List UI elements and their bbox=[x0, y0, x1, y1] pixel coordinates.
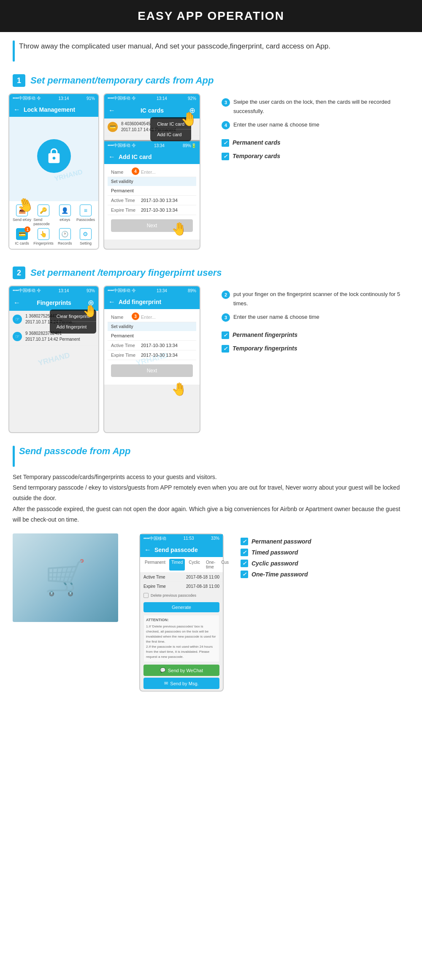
fp-step2-num: 2 bbox=[222, 291, 230, 299]
tab-cyclic[interactable]: Cyclic bbox=[187, 559, 202, 571]
phone2-signal: 92% bbox=[188, 96, 196, 101]
fp-step2: 2 put your finger on the fingerprint sca… bbox=[222, 290, 409, 308]
tab-timed[interactable]: Timed bbox=[169, 559, 185, 571]
icon-label-ekeys: eKeys bbox=[60, 218, 70, 222]
icon-send-passcode[interactable]: 🔑 Send passcode bbox=[33, 205, 54, 226]
tab-onetime[interactable]: One-time bbox=[204, 559, 217, 571]
fp-name-placeholder[interactable]: Enter... bbox=[141, 315, 156, 320]
section2-phone2: ••••中国移动 令 13:34 89% ← Add fingerprint N… bbox=[103, 285, 200, 433]
records-icon: 🕐 bbox=[59, 228, 71, 240]
cyclic-pwd-item: ✓ Cyclic password bbox=[241, 560, 405, 567]
section3-phone-wrap: ••••中国移动 11:53 33% ← Send passcode Perma… bbox=[139, 533, 228, 692]
phone2b-back-icon[interactable]: ← bbox=[108, 153, 115, 161]
fp-permanent-row: Permanent bbox=[108, 331, 196, 341]
intro-text: Throw away the complicated user manual, … bbox=[19, 40, 330, 52]
icon-label-setting: Setting bbox=[80, 241, 92, 245]
pc-back-icon[interactable]: ← bbox=[144, 546, 151, 554]
fp-phone1-carrier: ••••中国移动 令 bbox=[13, 288, 41, 293]
permanent-pwd-checkbox: ✓ bbox=[241, 538, 248, 545]
delete-checkbox-input[interactable] bbox=[143, 593, 149, 598]
step4-badge: 4 bbox=[132, 167, 139, 175]
add-fp-menu-item[interactable]: Add fingerprint bbox=[50, 321, 96, 332]
icon-passcodes[interactable]: ≡ Passcodes bbox=[76, 205, 95, 226]
intro-section: Throw away the complicated user manual, … bbox=[0, 40, 422, 70]
section3-line3: After the passcode expired, the guest ca… bbox=[13, 504, 409, 525]
ekeys-icon: 👤 bbox=[59, 205, 71, 216]
section2-right-info: 2 put your finger on the fingerprint sca… bbox=[217, 285, 414, 433]
phone1-time: 13:14 bbox=[58, 96, 69, 101]
add-ic-card-menu-item[interactable]: Add IC card bbox=[150, 129, 191, 140]
tab-permanent[interactable]: Permanent bbox=[143, 559, 168, 571]
fp-active-value: 2017-10-30 13:34 bbox=[141, 343, 178, 348]
phone2-time: 13:14 bbox=[157, 96, 167, 101]
fp-step3-num: 3 bbox=[222, 313, 230, 322]
temporary-cards-item: ✓ Temporary cards bbox=[222, 151, 409, 162]
timed-pwd-item: ✓ Timed password bbox=[241, 549, 405, 556]
permanent-pwd-item: ✓ Permanent password bbox=[241, 538, 405, 545]
ic-expire-label: Expire Time bbox=[111, 207, 138, 213]
ic-expire-row: Expire Time 2017-10-30 13:34 bbox=[108, 205, 196, 215]
tab-cus[interactable]: Cus bbox=[219, 559, 231, 571]
fp-expire-label: Expire Time bbox=[111, 353, 138, 358]
fp-step3-text: Enter the user name & choose time bbox=[233, 312, 319, 322]
pc-expire-row: Expire Time 2017-08-18 11:00 bbox=[140, 582, 223, 591]
fp-phone1-signal: 93% bbox=[87, 288, 95, 293]
icon-label-records: Records bbox=[58, 241, 72, 245]
fp-phone2-signal: 89% bbox=[188, 288, 196, 293]
step3-fp-badge: 3 bbox=[132, 312, 139, 320]
send-wechat-btn[interactable]: 💬 Send by WeChat bbox=[143, 665, 219, 676]
section2-content: ••••中国移动 令 13:14 93% ← Fingerprints ⊕ ☞ … bbox=[0, 285, 422, 446]
generate-btn[interactable]: Generate bbox=[143, 602, 219, 612]
pc-active-value: 2017-08-18 11:00 bbox=[186, 575, 219, 579]
section3-line1: Set Temporary passcode/cards/fingerprint… bbox=[13, 472, 409, 482]
section3-line2: Send termporary passcode / ekey to visto… bbox=[13, 482, 409, 503]
page-title: EASY APP OPERATION bbox=[0, 9, 422, 23]
lock-icon bbox=[37, 139, 71, 173]
setting-icon: ⚙ bbox=[80, 228, 92, 240]
pc-active-row: Active Time 2017-08-18 11:00 bbox=[140, 573, 223, 582]
icon-fingerprints[interactable]: 👆 Fingerprints bbox=[33, 228, 54, 245]
pc-expire-label: Expire Time bbox=[143, 584, 166, 589]
icon-label-passcodes: Passcodes bbox=[76, 218, 95, 222]
phone2b-signal: 89%🔋 bbox=[183, 143, 196, 148]
fp-phone2-time: 13:34 bbox=[157, 288, 167, 293]
pc-delete-row: Delete previous passcodes bbox=[140, 591, 223, 600]
phone2-status-bar: ••••中国移动 令 13:14 92% bbox=[104, 94, 200, 102]
icon-ic-cards[interactable]: 💳 IC cards 1 bbox=[13, 228, 31, 245]
cyclic-pwd-label: Cyclic password bbox=[252, 560, 298, 567]
section3-heading: Send passcode from App bbox=[19, 446, 130, 457]
fp-item-2-date: 2017.10.17 14:42 Permanent bbox=[25, 337, 80, 342]
send-msg-btn[interactable]: ✉ Send by Msg. bbox=[143, 678, 219, 689]
fp-phone2-back-icon[interactable]: ← bbox=[108, 298, 115, 306]
phone2-back-icon[interactable]: ← bbox=[108, 107, 115, 114]
temporary-fp-label: Temporary fingerprints bbox=[233, 344, 298, 354]
photo-emoji: 🛒 bbox=[44, 558, 87, 598]
icon-setting[interactable]: ⚙ Setting bbox=[76, 228, 95, 245]
ic-name-placeholder[interactable]: Enter... bbox=[141, 170, 156, 175]
section1-phone1: ••••中国移动 令 13:14 91% ← Lock Management Y… bbox=[8, 93, 99, 250]
icon-ekeys[interactable]: 👤 eKeys bbox=[56, 205, 74, 226]
phone1-back-icon[interactable]: ← bbox=[14, 106, 20, 113]
fp-name-row: Name 3 Enter... bbox=[108, 312, 196, 322]
pc-signal: 33% bbox=[211, 536, 219, 541]
section3-left: 🛒 bbox=[13, 533, 131, 626]
step3-num: 3 bbox=[222, 98, 230, 107]
ic-cards-badge: 1 bbox=[24, 226, 30, 232]
icon-records[interactable]: 🕐 Records bbox=[56, 228, 74, 245]
phone2b-title: Add IC card bbox=[119, 153, 152, 160]
onetime-pwd-checkbox: ✓ bbox=[241, 571, 248, 578]
section1-checkboxes: ✓ Permanent cards ✓ Temporary cards bbox=[222, 138, 409, 162]
attention-box: ATTENTION: 1.If 'Delete previous passcod… bbox=[143, 615, 219, 662]
ic-expire-value: 2017-10-30 13:34 bbox=[141, 207, 178, 213]
send-passcode-icon: 🔑 bbox=[38, 205, 49, 216]
section1-phones: ••••中国移动 令 13:14 91% ← Lock Management Y… bbox=[8, 93, 211, 250]
section1-right-info: 3 Swipe the user cards on the lock, then… bbox=[217, 93, 414, 250]
pc-time: 11:53 bbox=[183, 536, 194, 541]
onetime-pwd-item: ✓ One-Time password bbox=[241, 571, 405, 578]
fp-active-label: Active Time bbox=[111, 343, 138, 348]
pc-expire-value: 2017-08-18 11:00 bbox=[186, 584, 219, 589]
fp-phone1-back-icon[interactable]: ← bbox=[14, 299, 20, 307]
fp-next-btn[interactable]: Next bbox=[111, 364, 193, 377]
fp-active-row: Active Time 2017-10-30 13:34 bbox=[108, 341, 196, 350]
icon-label-send-passcode: Send passcode bbox=[33, 218, 54, 226]
